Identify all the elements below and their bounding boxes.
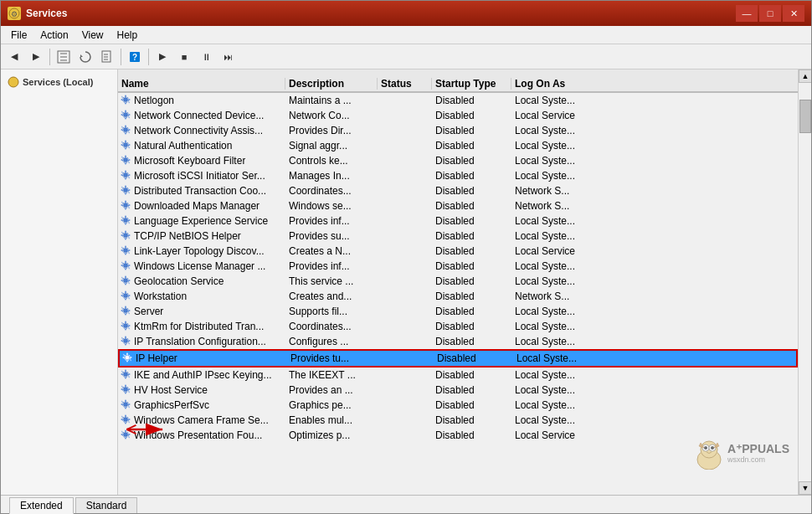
tab-extended[interactable]: Extended [9,497,74,514]
scrollbar-track[interactable]: ▲ ▼ [798,69,811,495]
scroll-down-button[interactable]: ▼ [799,481,811,495]
table-row[interactable]: HV Host ServiceProvides an ...DisabledLo… [118,383,798,398]
service-name: Workstation [134,290,187,302]
table-row[interactable]: WorkstationCreates and...DisabledNetwork… [118,289,798,304]
service-startup-type: Disabled [432,185,511,197]
table-row[interactable]: Network Connectivity Assis...Provides Di… [118,123,798,138]
service-icon [120,199,131,213]
scroll-up-button[interactable]: ▲ [799,69,811,83]
table-row[interactable]: Distributed Transaction Coo...Coordinate… [118,183,798,198]
svg-point-57 [124,417,128,421]
table-body[interactable]: NetlogonMaintains a ...DisabledLocal Sys… [118,93,798,495]
maximize-button[interactable]: □ [759,5,781,22]
service-icon [120,154,131,168]
table-row[interactable]: Network Connected Device...Network Co...… [118,108,798,123]
svg-point-19 [124,127,128,131]
svg-point-29 [124,203,128,207]
table-row[interactable]: Language Experience ServiceProvides inf.… [118,213,798,229]
services-panel: Name Description Status Startup Type Log… [118,69,798,495]
service-icon [121,352,133,366]
scrollbar-thumb[interactable] [799,100,811,133]
service-description: Configures ... [285,336,378,347]
toolbar-separator-2 [121,49,121,65]
restart-button[interactable]: ⏭ [218,48,238,66]
table-row[interactable]: Natural AuthenticationSignal aggr...Disa… [118,138,798,153]
service-name: Link-Layer Topology Discov... [134,245,265,257]
help-button[interactable]: ? [125,48,145,66]
tab-standard[interactable]: Standard [75,497,138,513]
svg-point-39 [124,278,128,282]
svg-point-47 [124,338,128,342]
table-row[interactable]: NetlogonMaintains a ...DisabledLocal Sys… [118,93,798,108]
menu-action[interactable]: Action [33,28,75,43]
service-description: Enables mul... [285,414,378,426]
close-button[interactable]: ✕ [783,5,804,22]
refresh-button[interactable] [75,48,95,66]
service-startup-type: Disabled [432,125,511,136]
services-table: Name Description Status Startup Type Log… [118,69,798,495]
minimize-button[interactable]: — [736,5,758,22]
svg-point-35 [124,248,128,252]
service-icon [120,109,131,123]
service-description: Provides su... [285,230,378,242]
service-description: Provides inf... [285,260,378,272]
menu-help[interactable]: Help [110,28,145,43]
service-description: Optimizes p... [285,429,378,441]
table-row[interactable]: Microsoft iSCSI Initiator Ser...Manages … [118,168,798,183]
pause-button[interactable]: ⏸ [196,48,216,66]
header-status[interactable]: Status [378,78,432,90]
table-row[interactable]: Windows License Manager ...Provides inf.… [118,259,798,274]
table-row[interactable]: ServerSupports fil...DisabledLocal Syste… [118,304,798,319]
service-name: TCP/IP NetBIOS Helper [134,230,241,242]
table-row[interactable]: Windows Presentation Fou...Optimizes p..… [118,428,798,443]
table-row[interactable]: Geolocation ServiceThis service ...Disab… [118,274,798,289]
window-title: Services [26,8,736,19]
menu-file[interactable]: File [4,28,33,43]
service-startup-type: Disabled [434,352,513,364]
table-row[interactable]: Link-Layer Topology Discov...Creates a N… [118,244,798,259]
svg-point-25 [124,172,128,177]
service-description: Manages In... [285,170,378,182]
table-row[interactable]: TCP/IP NetBIOS HelperProvides su...Disab… [118,229,798,244]
show-hide-button[interactable] [54,48,74,66]
service-startup-type: Disabled [432,215,511,227]
svg-point-37 [124,263,128,267]
forward-button[interactable]: ▶ [26,48,46,66]
toolbar: ◀ ▶ ? ▶ ■ ⏸ ⏭ [1,44,811,69]
service-logon: Local Syste... [511,275,604,287]
table-row[interactable]: IP HelperProvides tu...DisabledLocal Sys… [118,349,798,368]
header-startup-type: Startup Type [432,78,511,90]
service-name: IKE and AuthIP IPsec Keying... [134,369,272,381]
service-icon [120,184,131,198]
service-startup-type: Disabled [432,290,511,302]
table-row[interactable]: Windows Camera Frame Se...Enables mul...… [118,413,798,428]
table-row[interactable]: IKE and AuthIP IPsec Keying...The IKEEXT… [118,368,798,383]
header-name[interactable]: Name [118,78,285,90]
left-panel-title: Services (Local) [8,76,110,88]
header-log-on-as[interactable]: Log On As [511,78,604,90]
svg-marker-6 [80,54,83,57]
service-icon [120,94,131,108]
svg-point-55 [124,402,128,406]
service-name: KtmRm for Distributed Tran... [134,321,264,332]
play-button[interactable]: ▶ [152,48,172,66]
service-name: Distributed Transaction Coo... [134,185,266,197]
back-button[interactable]: ◀ [4,48,24,66]
table-row[interactable]: Downloaded Maps ManagerWindows se...Disa… [118,198,798,213]
service-description: Signal aggr... [285,140,378,152]
table-row[interactable]: Microsoft Keyboard FilterControls ke...D… [118,153,798,168]
stop-button[interactable]: ■ [174,48,194,66]
table-row[interactable]: GraphicsPerfSvcGraphics pe...DisabledLoc… [118,398,798,413]
service-logon: Local Syste... [511,95,604,106]
service-icon [120,244,131,259]
table-row[interactable]: IP Translation Configuration...Configure… [118,334,798,349]
service-icon [120,260,131,274]
export-button[interactable] [97,48,117,66]
service-startup-type: Disabled [432,95,511,106]
menu-view[interactable]: View [75,28,110,43]
service-description: Provides tu... [287,352,379,364]
table-row[interactable]: KtmRm for Distributed Tran...Coordinates… [118,319,798,334]
header-description[interactable]: Description [285,78,378,90]
service-icon [120,368,131,383]
service-logon: Local Syste... [511,414,604,426]
